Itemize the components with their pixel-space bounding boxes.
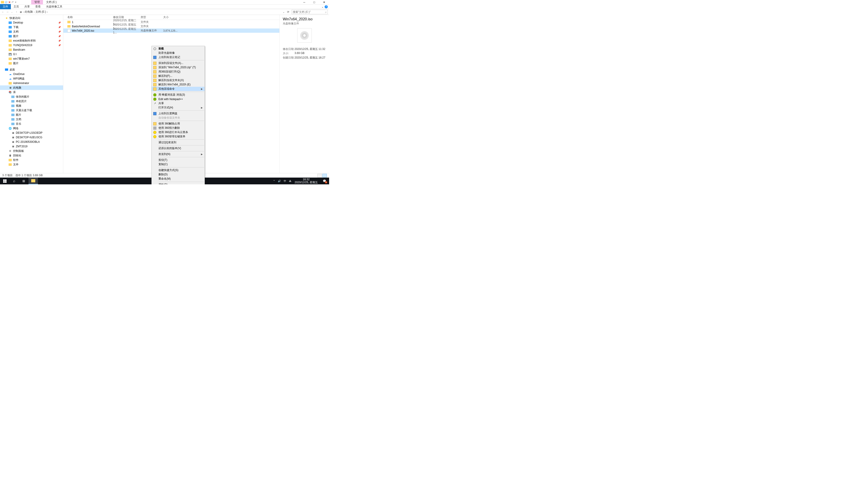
breadcrumb-item[interactable]: 此电脑 xyxy=(25,10,33,14)
nav-item[interactable]: 图片 xyxy=(0,112,63,117)
nav-item[interactable]: 文件 xyxy=(0,162,63,167)
breadcrumb-item[interactable]: 文档 (E:) xyxy=(35,10,46,14)
nav-back-button[interactable]: ← xyxy=(1,10,4,13)
taskbar-explorer-button[interactable] xyxy=(29,177,38,184)
close-button[interactable]: ✕ xyxy=(319,0,329,4)
nav-item[interactable]: 保存的图片 xyxy=(0,94,63,99)
nav-item[interactable]: 本机照片 xyxy=(0,99,63,103)
context-menu-item[interactable]: 使用 360管理右键菜单 xyxy=(152,134,205,139)
tray-overflow-icon[interactable]: ⌃ xyxy=(272,180,276,183)
chevron-right-icon[interactable]: › xyxy=(23,10,24,13)
context-menu-item[interactable]: 共享 xyxy=(152,101,205,105)
tray-ime-icon[interactable]: 中 xyxy=(282,180,287,183)
context-menu-item[interactable]: 解压到 Win7x64_2020\ (E) xyxy=(152,83,205,87)
column-size[interactable]: 大小 xyxy=(163,15,181,19)
task-view-button[interactable] xyxy=(19,177,29,184)
view-thumbnails-button[interactable] xyxy=(317,174,322,177)
nav-item[interactable]: 下载📌 xyxy=(0,25,63,29)
nav-item[interactable]: win7重装win7 xyxy=(0,57,63,61)
ribbon-tab-share[interactable]: 共享 xyxy=(22,4,33,9)
context-menu-item[interactable]: 装载 xyxy=(152,46,205,51)
nav-item[interactable]: Desktop📌 xyxy=(0,20,63,25)
chevron-right-icon[interactable]: › xyxy=(34,10,35,13)
taskbar-search-button[interactable] xyxy=(9,177,19,184)
search-box[interactable]: ⌕ xyxy=(291,10,328,14)
nav-item[interactable]: 文档 xyxy=(0,117,63,122)
context-menu-item[interactable]: 还原以前的版本(V) xyxy=(152,146,205,151)
nav-item[interactable]: 视频 xyxy=(0,103,63,108)
minimize-button[interactable]: ─ xyxy=(299,0,309,4)
context-menu-item[interactable]: 使用 360解除占用 xyxy=(152,122,205,126)
view-details-button[interactable] xyxy=(322,174,327,177)
nav-item[interactable]: DESKTOP-LSSOEDP xyxy=(0,131,63,135)
context-menu-item[interactable]: Edit with Notepad++ xyxy=(152,97,205,101)
qat-close-icon[interactable]: ✕ xyxy=(8,1,11,4)
nav-item[interactable]: 图片📌 xyxy=(0,34,63,38)
chevron-right-icon[interactable]: › xyxy=(47,10,48,13)
context-menu-item[interactable]: 解压到(F)... xyxy=(152,74,205,78)
qat-undo-icon[interactable]: ↶ xyxy=(11,1,14,4)
ribbon-collapse-icon[interactable]: ⌄ xyxy=(321,5,324,8)
nav-item[interactable]: YUNQISHI2019📌 xyxy=(0,43,63,47)
nav-item[interactable]: 此电脑 xyxy=(0,86,63,90)
nav-item[interactable]: PC-20190530OBLA xyxy=(0,140,63,144)
nav-forward-button[interactable]: → xyxy=(6,10,9,13)
address-dropdown-icon[interactable]: ⌄ xyxy=(283,10,285,13)
nav-item[interactable]: 天翼云盘下载 xyxy=(0,108,63,112)
nav-item[interactable]: excel表格制作求和📌 xyxy=(0,38,63,43)
nav-item[interactable]: OneDrive xyxy=(0,72,63,76)
nav-item[interactable]: Bandicam xyxy=(0,47,63,52)
nav-item[interactable]: 音乐 xyxy=(0,122,63,126)
file-row[interactable]: Win7x64_2020.iso 2020/12/25, 星期五 1... 光盘… xyxy=(63,29,279,33)
nav-up-button[interactable]: ↑ xyxy=(15,10,18,13)
contextual-tab[interactable]: 管理 xyxy=(31,0,43,4)
context-menu-item[interactable]: 属性(R) xyxy=(152,183,205,184)
nav-quick-access[interactable]: 快速访问 xyxy=(0,16,63,20)
ribbon-tab-view[interactable]: 查看 xyxy=(33,4,43,9)
context-menu-item[interactable]: 用 蜂蜜浏览器 浏览(3) xyxy=(152,93,205,97)
context-menu-item[interactable]: 解压到当前文件夹(X) xyxy=(152,78,205,83)
start-button[interactable] xyxy=(0,177,9,184)
nav-item[interactable]: 图片 xyxy=(0,61,63,66)
refresh-button[interactable]: ⟳ xyxy=(287,10,290,13)
action-center-button[interactable]: 💬 3 xyxy=(320,177,329,184)
tray-network-icon[interactable]: 🖧 xyxy=(287,180,293,182)
nav-desktop[interactable]: 桌面 xyxy=(0,67,63,72)
context-menu-item[interactable]: 刻录光盘映像 xyxy=(152,51,205,55)
context-menu-item[interactable]: 重命名(M) xyxy=(152,177,205,181)
context-menu-item[interactable]: 上传到有道云笔记 xyxy=(152,55,205,59)
search-icon[interactable]: ⌕ xyxy=(325,10,327,13)
column-type[interactable]: 类型 xyxy=(141,15,163,19)
nav-item[interactable]: Administrator xyxy=(0,81,63,86)
ribbon-tab-home[interactable]: 主页 xyxy=(11,4,22,9)
context-menu-item[interactable]: 添加到 "Win7x64_2020.zip" (T) xyxy=(152,65,205,70)
nav-item[interactable]: ZMT2019 xyxy=(0,144,63,149)
context-menu-item[interactable]: 上传到百度网盘 xyxy=(152,111,205,116)
nav-item[interactable]: DESKTOP-NJEU3CG xyxy=(0,135,63,140)
context-menu-item[interactable]: 其他压缩命令▶ xyxy=(152,87,205,91)
context-menu-item[interactable]: 添加到压缩文件(A)... xyxy=(152,61,205,65)
context-menu-item[interactable]: 复制(C) xyxy=(152,162,205,166)
context-menu-item[interactable]: 删除(D) xyxy=(152,172,205,177)
help-icon[interactable]: ? xyxy=(324,5,328,8)
nav-history-button[interactable]: ⌄ xyxy=(10,11,13,13)
tray-volume-icon[interactable]: 🔊 xyxy=(276,180,282,183)
ribbon-tab-file[interactable]: 文件 xyxy=(0,4,11,9)
context-menu-item[interactable]: 发送到(N)▶ xyxy=(152,152,205,156)
nav-item[interactable]: 库 xyxy=(0,90,63,94)
nav-item[interactable]: G:\ xyxy=(0,52,63,57)
taskbar-clock[interactable]: 16:32 2020/12/25, 星期五 xyxy=(293,178,320,184)
file-row[interactable]: 1 2020/12/15, 星期二 1... 文件夹 xyxy=(63,20,279,24)
qat-dropdown-icon[interactable]: ▼ xyxy=(15,1,17,3)
nav-item[interactable]: 软件 xyxy=(0,158,63,162)
maximize-button[interactable]: □ xyxy=(309,0,319,4)
file-row[interactable]: BaiduNetdiskDownload 2020/12/25, 星期五 1..… xyxy=(63,24,279,29)
search-input[interactable] xyxy=(293,10,325,13)
nav-item[interactable]: 文档📌 xyxy=(0,29,63,34)
column-name[interactable]: 名称 xyxy=(63,15,113,19)
nav-network[interactable]: 网络 xyxy=(0,126,63,131)
ribbon-tab-disc-tools[interactable]: 光盘映像工具 xyxy=(43,4,65,9)
qat-checkbox-icon[interactable]: ☑ xyxy=(5,1,7,4)
nav-item[interactable]: 回收站 xyxy=(0,153,63,158)
context-menu-item[interactable]: 剪切(T) xyxy=(152,158,205,162)
